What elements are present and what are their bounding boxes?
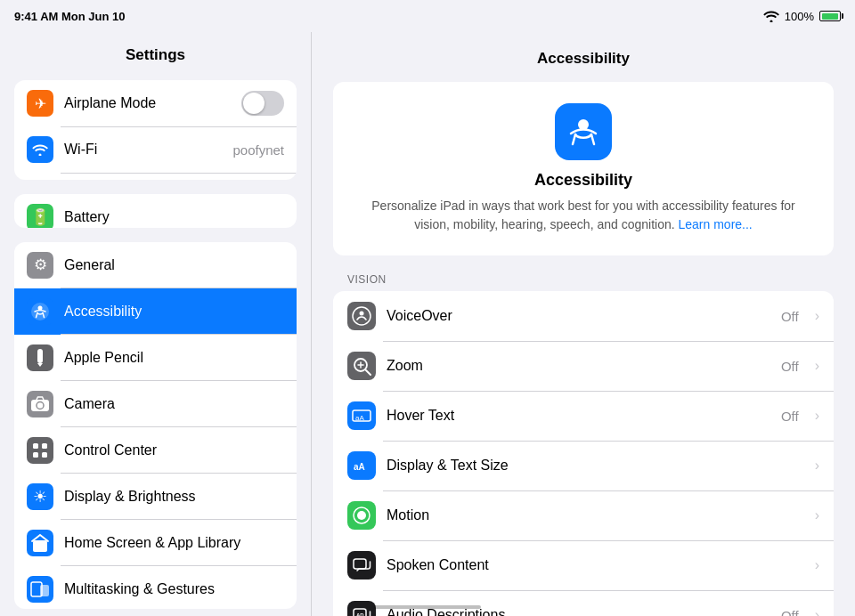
battery-icon: 🔋	[27, 204, 53, 227]
sidebar-item-airplane-mode[interactable]: ✈ Airplane Mode	[14, 80, 297, 126]
svg-point-15	[578, 119, 589, 130]
motion-label: Motion	[387, 507, 802, 523]
zoom-value: Off	[781, 359, 799, 374]
hero-icon	[555, 103, 612, 160]
status-bar: 9:41 AM Mon Jun 10 100%	[0, 0, 855, 32]
main-title: Accessibility	[333, 50, 834, 68]
audio-desc-value: Off	[781, 608, 799, 617]
voiceover-value: Off	[781, 309, 799, 324]
wifi-icon	[27, 136, 53, 163]
audio-desc-chevron: ›	[815, 607, 819, 616]
display-label: Display & Brightness	[64, 489, 284, 505]
general-label: General	[64, 257, 284, 273]
hover-text-chevron: ›	[815, 408, 819, 424]
sidebar-item-home-screen[interactable]: Home Screen & App Library	[14, 520, 297, 566]
settings-row-spoken-content[interactable]: Spoken Content ›	[333, 540, 834, 590]
sidebar-item-bluetooth[interactable]: Bluetooth On	[14, 173, 297, 180]
voiceover-chevron: ›	[815, 308, 819, 324]
sidebar-item-general[interactable]: ⚙ General	[14, 242, 297, 288]
zoom-label: Zoom	[387, 358, 770, 374]
svg-rect-2	[37, 349, 43, 363]
voiceover-label: VoiceOver	[387, 308, 770, 324]
home-screen-label: Home Screen & App Library	[64, 535, 284, 551]
accessibility-icon	[27, 298, 53, 325]
svg-point-25	[357, 511, 366, 520]
wifi-label: Wi-Fi	[64, 142, 222, 158]
general-icon: ⚙	[27, 252, 53, 279]
sidebar-item-wifi[interactable]: Wi-Fi poofynet	[14, 126, 297, 173]
wifi-value: poofynet	[232, 142, 284, 158]
vision-section-label: VISION	[347, 273, 834, 286]
hover-text-icon: aA	[347, 401, 376, 430]
spoken-content-chevron: ›	[815, 557, 819, 573]
sidebar-item-camera[interactable]: Camera	[14, 381, 297, 427]
svg-point-0	[31, 303, 49, 320]
multitasking-icon	[27, 576, 53, 603]
sidebar-item-apple-pencil[interactable]: Apple Pencil	[14, 335, 297, 381]
camera-label: Camera	[64, 396, 284, 412]
zoom-icon	[347, 352, 376, 380]
svg-rect-9	[33, 540, 47, 552]
sidebar-group-network: ✈ Airplane Mode Wi-Fi poofynet	[14, 80, 297, 180]
voiceover-icon	[347, 302, 376, 330]
home-indicator	[374, 605, 481, 609]
spoken-content-icon	[347, 551, 376, 580]
airplane-mode-label: Airplane Mode	[64, 95, 231, 111]
status-right: 100%	[763, 10, 841, 23]
sidebar-item-battery[interactable]: 🔋 Battery	[14, 194, 297, 227]
display-text-label: Display & Text Size	[387, 458, 802, 474]
settings-row-hover-text[interactable]: aA Hover Text Off ›	[333, 391, 834, 441]
battery-label: Battery	[64, 209, 284, 225]
battery-percent: 100%	[785, 10, 814, 23]
motion-chevron: ›	[815, 507, 819, 523]
hover-text-label: Hover Text	[387, 408, 770, 424]
apple-pencil-label: Apple Pencil	[64, 350, 284, 366]
sidebar-item-control-center[interactable]: Control Center	[14, 427, 297, 474]
sidebar: Settings ✈ Airplane Mode Wi-Fi	[0, 32, 312, 616]
svg-text:aA: aA	[355, 414, 364, 422]
home-screen-icon	[27, 530, 53, 556]
display-icon: ☀	[27, 483, 53, 510]
status-time: 9:41 AM Mon Jun 10	[14, 10, 125, 23]
hero-desc: Personalize iPad in ways that work best …	[362, 197, 805, 234]
main-content: Accessibility Accessibility Personalize …	[312, 32, 855, 616]
settings-row-motion[interactable]: Motion ›	[333, 490, 834, 540]
svg-point-16	[353, 307, 370, 325]
sidebar-item-accessibility[interactable]: Accessibility	[14, 288, 297, 335]
vision-group: VoiceOver Off › Zoom Off ›	[333, 291, 834, 616]
app-container: Settings ✈ Airplane Mode Wi-Fi	[0, 32, 855, 616]
svg-text:aA: aA	[354, 462, 365, 472]
accessibility-label: Accessibility	[64, 304, 284, 320]
multitasking-label: Multitasking & Gestures	[64, 581, 284, 597]
hero-card: Accessibility Personalize iPad in ways t…	[333, 82, 834, 255]
settings-row-voiceover[interactable]: VoiceOver Off ›	[333, 291, 834, 341]
sidebar-item-display[interactable]: ☀ Display & Brightness	[14, 474, 297, 520]
audio-desc-icon: AD	[347, 601, 376, 616]
camera-icon	[27, 391, 53, 417]
display-text-icon: aA	[347, 451, 376, 480]
sidebar-group-battery: 🔋 Battery	[14, 194, 297, 227]
svg-text:AD: AD	[356, 612, 364, 617]
settings-row-audio-desc[interactable]: AD Audio Descriptions Off ›	[333, 590, 834, 616]
wifi-status-icon	[763, 10, 779, 22]
airplane-mode-icon: ✈	[27, 90, 53, 117]
airplane-mode-toggle[interactable]	[241, 91, 284, 116]
svg-rect-8	[42, 452, 47, 458]
motion-icon	[347, 501, 376, 530]
sidebar-group-system: ⚙ General Accessibility	[14, 242, 297, 609]
sidebar-item-multitasking[interactable]: Multitasking & Gestures	[14, 566, 297, 609]
control-center-label: Control Center	[64, 442, 284, 458]
zoom-chevron: ›	[815, 358, 819, 374]
settings-row-zoom[interactable]: Zoom Off ›	[333, 341, 834, 391]
spoken-content-label: Spoken Content	[387, 557, 802, 573]
apple-pencil-icon	[27, 344, 53, 371]
svg-point-17	[360, 312, 364, 316]
svg-line-19	[366, 370, 370, 375]
svg-rect-7	[33, 452, 38, 458]
settings-row-display-text[interactable]: aA Display & Text Size ›	[333, 441, 834, 490]
svg-rect-27	[354, 559, 366, 569]
learn-more-link[interactable]: Learn more...	[678, 217, 752, 231]
svg-rect-6	[42, 443, 47, 449]
sidebar-title: Settings	[0, 32, 311, 73]
hover-text-value: Off	[781, 409, 799, 424]
